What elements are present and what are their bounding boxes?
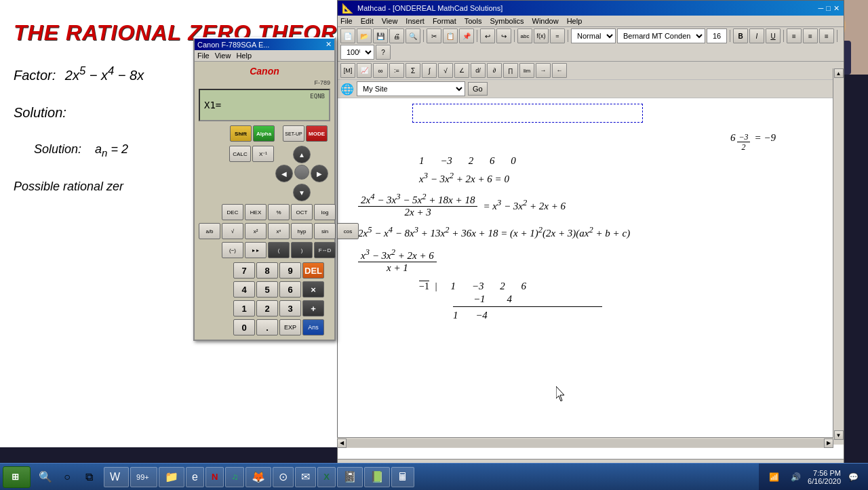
tb-deriv[interactable]: d/	[471, 63, 486, 78]
taskbar-app-word[interactable]: W	[104, 467, 129, 487]
tb-italic[interactable]: I	[749, 28, 764, 43]
taskbar-app-netflix[interactable]: N	[205, 467, 224, 487]
tb-new[interactable]: 📄	[340, 28, 355, 43]
calc-btn-2[interactable]: 2	[256, 300, 278, 317]
calc-btn-4[interactable]: 4	[233, 281, 255, 298]
tb-search-icon[interactable]: 🔍	[36, 468, 55, 487]
taskbar-app-excel[interactable]: X	[317, 467, 336, 487]
mathcad-content[interactable]: 6 −3 2 = −9 1 −3 2 6 0 x3 − 3x2 + 2x + 6…	[338, 98, 844, 451]
calc-btn-dot[interactable]: .	[256, 319, 278, 335]
calc-btn-sqrt[interactable]: √	[222, 223, 243, 239]
calc-btn-left[interactable]: ◀	[275, 165, 293, 182]
taskbar-app-spotify[interactable]: ♫	[225, 467, 244, 487]
zoom-dropdown[interactable]: 100%	[340, 45, 374, 60]
menu-file[interactable]: File	[340, 17, 353, 25]
scroll-right[interactable]: ▶	[824, 438, 833, 448]
tb-partial[interactable]: ∂	[487, 63, 502, 78]
calc-menu-view[interactable]: View	[215, 52, 231, 60]
scroll-down[interactable]: ▼	[834, 430, 844, 440]
calc-btn-up[interactable]: ▲	[293, 146, 311, 163]
taskbar-app-ie[interactable]: e	[186, 467, 204, 487]
tb-cut[interactable]: ✂	[427, 28, 441, 43]
calc-btn-ffd[interactable]: F↔D	[314, 242, 336, 258]
tray-action-center[interactable]: 💬	[844, 468, 863, 487]
tb-fx[interactable]: f(x)	[534, 28, 549, 43]
taskbar-app-sticky[interactable]: 📗	[364, 467, 390, 487]
calc-btn-rp[interactable]: )	[291, 242, 313, 258]
calc-btn-oct[interactable]: OCT	[291, 204, 313, 220]
tb-matrix[interactable]: [M]	[340, 63, 355, 78]
calc-btn-shift[interactable]: Shift	[230, 125, 252, 142]
go-button[interactable]: Go	[468, 82, 488, 96]
tb-arrow-l[interactable]: ←	[552, 63, 567, 78]
tb-sqrt-tb[interactable]: √	[438, 63, 453, 78]
scrollbar-horizontal[interactable]: ◀ ▶	[337, 437, 833, 448]
tray-sound-icon[interactable]: 🔊	[786, 468, 805, 487]
scroll-left[interactable]: ◀	[337, 438, 347, 448]
font-dropdown[interactable]: Bernard MT Condensed	[617, 28, 705, 43]
calc-btn-x1[interactable]: X⁻¹	[252, 146, 274, 162]
calc-menu-help[interactable]: Help	[236, 52, 252, 60]
calc-btn-5[interactable]: 5	[256, 281, 278, 298]
calc-btn-x2[interactable]: x²	[245, 223, 267, 239]
tb-limit[interactable]: lim	[519, 63, 534, 78]
menu-window[interactable]: Window	[532, 17, 559, 25]
taskbar-app-chrome[interactable]: ⊙	[273, 467, 294, 487]
calc-btn-7[interactable]: 7	[233, 262, 255, 279]
style-dropdown[interactable]: Normal	[571, 28, 616, 43]
calc-btn-6[interactable]: 6	[279, 281, 301, 298]
calc-btn-add[interactable]: +	[302, 300, 324, 317]
calc-btn-3[interactable]: 3	[279, 300, 301, 317]
menu-tools[interactable]: Tools	[465, 17, 482, 25]
tb-help[interactable]: ?	[376, 45, 391, 60]
tb-align-left[interactable]: ≡	[787, 28, 802, 43]
calc-btn-calc[interactable]: CALC	[229, 146, 251, 162]
tray-clock[interactable]: 7:56 PM 6/16/2020	[808, 469, 841, 485]
tb-graph[interactable]: 📈	[357, 63, 372, 78]
calc-btn-frac[interactable]: a/b	[199, 223, 220, 239]
menu-insert[interactable]: Insert	[406, 17, 425, 25]
calc-btn-1[interactable]: 1	[233, 300, 255, 317]
tb-print[interactable]: 🖨	[389, 28, 404, 43]
calc-btn-dec[interactable]: DEC	[222, 204, 243, 220]
tb-undo[interactable]: ↩	[480, 28, 495, 43]
mathcad-maximize[interactable]: □	[826, 4, 831, 13]
address-dropdown[interactable]: My Site	[357, 81, 465, 96]
calc-btn-lp[interactable]: (	[268, 242, 290, 258]
tb-infinity[interactable]: ∞	[373, 63, 388, 78]
calc-btn-down[interactable]: ▼	[293, 184, 311, 201]
scroll-up[interactable]: ▲	[834, 68, 844, 78]
tb-angle[interactable]: ∠	[454, 63, 469, 78]
tray-network-icon[interactable]: 📶	[764, 468, 783, 487]
calc-btn-xpow[interactable]: xⁿ	[268, 223, 290, 239]
tb-cortana-icon[interactable]: ○	[58, 468, 77, 487]
calc-btn-dots[interactable]: ▸ ▸	[245, 242, 267, 258]
tb-redo[interactable]: ↪	[496, 28, 511, 43]
calc-btn-0[interactable]: 0	[233, 319, 255, 335]
taskbar-app-calc[interactable]: 🖩	[391, 467, 414, 487]
taskbar-app-mail[interactable]: ✉	[295, 467, 316, 487]
tb-assign[interactable]: :=	[389, 63, 404, 78]
calc-btn-del[interactable]: DEL	[302, 262, 324, 279]
taskbar-app-firefox[interactable]: 🦊	[245, 467, 271, 487]
calc-btn-bin[interactable]: %	[268, 204, 290, 220]
calc-menu-file[interactable]: File	[197, 52, 210, 60]
calc-btn-mode[interactable]: MODE	[306, 125, 328, 142]
tb-copy[interactable]: 📋	[443, 28, 458, 43]
calc-btn-log[interactable]: log	[314, 204, 336, 220]
taskbar-app-badge[interactable]: 99+	[130, 467, 157, 487]
tb-align-center[interactable]: ≡	[803, 28, 818, 43]
taskbar-app-onenote[interactable]: 📓	[337, 467, 363, 487]
tb-prod[interactable]: ∏	[503, 63, 518, 78]
menu-edit[interactable]: Edit	[361, 17, 374, 25]
start-button[interactable]: ⊞	[3, 466, 31, 488]
taskbar-app-file[interactable]: 📁	[159, 467, 184, 487]
calc-btn-mul[interactable]: ×	[302, 281, 324, 298]
calc-btn-alpha[interactable]: Alpha	[253, 125, 275, 142]
tb-abc[interactable]: abc	[517, 28, 532, 43]
scrollbar-vertical[interactable]: ▲ ▼	[833, 68, 844, 445]
tb-sigma[interactable]: Σ	[406, 63, 420, 78]
calc-btn-hyp[interactable]: hyp	[291, 223, 313, 239]
font-size-input[interactable]	[707, 28, 727, 43]
menu-view[interactable]: View	[382, 17, 398, 25]
